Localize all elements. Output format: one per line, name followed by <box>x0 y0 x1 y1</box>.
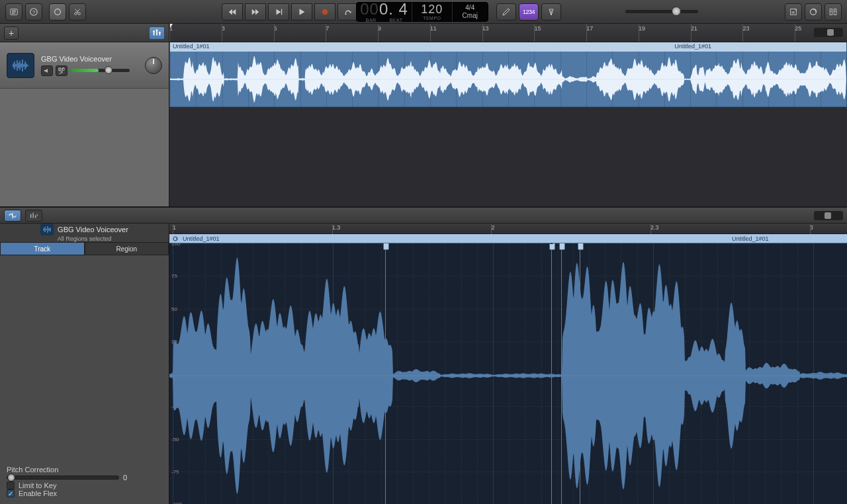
tab-region[interactable]: Region <box>85 242 169 255</box>
add-track-button[interactable]: + <box>4 26 19 40</box>
svg-rect-22 <box>830 9 832 15</box>
play-button[interactable] <box>291 3 312 21</box>
track-header[interactable]: GBG Video Voiceover <box>0 42 169 89</box>
svg-marker-18 <box>345 13 347 14</box>
audio-track-icon <box>7 53 34 78</box>
svg-rect-23 <box>834 9 836 15</box>
ed-ruler-tick: 2.3 <box>650 224 659 231</box>
notepad-button[interactable] <box>785 3 802 21</box>
lcd-bar-beat: 0. 4 <box>379 0 408 18</box>
editor-region-name-right: Untitled_1#01 <box>732 235 769 242</box>
tracks-area: + GBG Video Voiceover <box>0 24 847 208</box>
editor-subtitle: All Regions selected <box>58 235 112 242</box>
editor-main[interactable]: 11.322.33 Untitled_1#01 Untitled_1#01 10… <box>169 224 847 504</box>
editor-wave-area[interactable]: 1007550250-25-50-75-100 × <box>169 243 847 504</box>
pan-knob[interactable] <box>145 57 162 74</box>
audio-region[interactable]: Untitled_1#01 Untitled_1#01 <box>169 42 847 107</box>
arrangement-ruler[interactable]: 13579111315171921232527 <box>169 24 847 42</box>
ruler-bar-15: 15 <box>534 24 541 42</box>
loops-button[interactable] <box>805 3 822 21</box>
svg-point-28 <box>159 31 161 33</box>
flex-label: Enable Flex <box>19 489 57 497</box>
scissors-button[interactable] <box>69 3 86 21</box>
record-button[interactable] <box>314 3 335 21</box>
pitch-value: 0 <box>123 474 127 482</box>
loop-icon <box>172 235 180 242</box>
volume-meter <box>70 69 99 72</box>
lcd-timesig: 4/4 <box>465 5 474 11</box>
editor-zoom-slider[interactable] <box>814 211 843 220</box>
master-vol-thumb[interactable] <box>672 7 681 16</box>
tab-track[interactable]: Track <box>0 242 85 255</box>
flex-view-button[interactable] <box>4 210 21 222</box>
track-name-label: GBG Video Voiceover <box>41 55 138 63</box>
svg-marker-10 <box>232 9 236 15</box>
arrangement-area: 13579111315171921232527 Untitled_1#01 Un… <box>169 24 847 206</box>
media-button[interactable] <box>825 3 842 21</box>
transport-controls <box>222 3 359 21</box>
limit-label: Limit to Key <box>19 482 56 489</box>
smart-controls-button[interactable] <box>49 3 66 21</box>
editor-region-strip[interactable]: Untitled_1#01 Untitled_1#01 <box>169 234 847 243</box>
ruler-bar-9: 9 <box>378 24 381 42</box>
pitch-thumb[interactable] <box>7 474 15 482</box>
track-volume-slider[interactable] <box>70 69 130 72</box>
help-button[interactable]: ? <box>25 3 42 21</box>
svg-marker-15 <box>300 9 305 15</box>
limit-checkbox[interactable] <box>7 482 15 489</box>
svg-point-16 <box>322 9 328 15</box>
svg-marker-11 <box>252 9 255 15</box>
solo-button[interactable] <box>56 65 67 76</box>
library-button[interactable] <box>5 3 22 21</box>
tool-pencil-button[interactable] <box>496 3 516 21</box>
mute-button[interactable] <box>41 65 53 76</box>
svg-point-27 <box>156 29 158 31</box>
svg-rect-3 <box>12 13 15 13</box>
region-name-left: Untitled_1#01 <box>173 43 210 51</box>
mixer-toggle-button[interactable] <box>149 26 165 40</box>
ruler-bar-23: 23 <box>742 24 749 42</box>
editor-track-icon <box>40 224 54 235</box>
flex-checkbox[interactable] <box>7 489 15 497</box>
ed-ruler-tick: 1.3 <box>332 224 341 231</box>
tuner-button[interactable] <box>541 3 561 21</box>
lcd-key: Cmaj <box>463 13 478 19</box>
editor-ruler[interactable]: 11.322.33 <box>169 224 847 234</box>
ed-ruler-tick: 3 <box>810 224 813 231</box>
svg-marker-12 <box>255 9 259 15</box>
region-waveform <box>170 52 846 107</box>
limit-to-key-row[interactable]: Limit to Key <box>7 482 162 489</box>
editor-title: GBG Video Voiceover <box>58 226 128 233</box>
lcd-display[interactable]: 000. 4 BARBEAT 120 TEMPO 4/4 Cmaj <box>356 2 488 22</box>
lcd-beat-label: BEAT <box>390 18 403 22</box>
forward-button[interactable] <box>245 3 266 21</box>
editor-region-name: Untitled_1#01 <box>183 235 220 242</box>
track-lanes[interactable]: Untitled_1#01 Untitled_1#01 <box>169 42 847 206</box>
ruler-bar-25: 25 <box>795 24 801 42</box>
pitch-correction-label: Pitch Correction <box>7 466 162 474</box>
stop-button[interactable] <box>268 3 289 21</box>
lcd-tempo: 120 <box>421 3 443 15</box>
volume-thumb[interactable] <box>105 66 112 74</box>
track-headers: + GBG Video Voiceover <box>0 24 169 206</box>
pitch-correction-slider[interactable] <box>7 476 119 480</box>
ruler-bar-3: 3 <box>222 24 225 42</box>
lcd-bar-label: BAR <box>366 18 377 22</box>
countin-button[interactable]: 1234 <box>519 3 539 21</box>
ruler-bar-19: 19 <box>639 24 645 42</box>
ed-ruler-tick: 1 <box>173 224 176 231</box>
zoom-slider[interactable] <box>814 28 843 37</box>
rewind-button[interactable] <box>222 3 243 21</box>
svg-rect-2 <box>12 11 16 12</box>
editor-tool-button[interactable] <box>25 210 42 222</box>
svg-marker-9 <box>229 9 232 15</box>
svg-text:?: ? <box>32 9 36 15</box>
lcd-prefix: 00 <box>360 0 379 18</box>
svg-rect-14 <box>281 9 282 15</box>
enable-flex-row[interactable]: Enable Flex <box>7 489 162 497</box>
ruler-bar-11: 11 <box>430 24 437 42</box>
editor-params: Pitch Correction 0 Limit to Key Enable F… <box>0 255 169 504</box>
top-toolbar: ? 000. 4 BARBEAT 120 TEMPO 4/4 Cmaj 1234 <box>0 0 847 24</box>
master-volume[interactable] <box>625 10 698 13</box>
svg-point-26 <box>153 30 155 32</box>
